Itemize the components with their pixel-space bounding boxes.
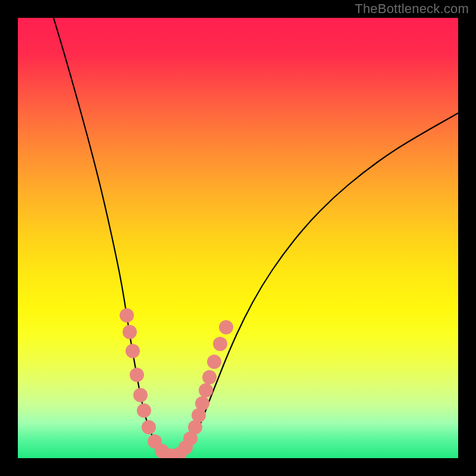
data-dot	[199, 383, 213, 397]
plot-area	[18, 18, 458, 458]
data-dot	[202, 370, 217, 384]
data-dot	[126, 344, 140, 358]
curve-layer	[18, 18, 458, 458]
right-curve	[173, 113, 458, 457]
data-dot	[219, 320, 233, 334]
data-dot	[213, 337, 227, 351]
data-dot	[120, 308, 134, 322]
watermark-text: TheBottleneck.com	[355, 1, 469, 17]
data-dot	[142, 420, 156, 434]
data-dot	[123, 325, 137, 339]
data-dot	[207, 355, 221, 369]
left-curve	[54, 18, 173, 457]
data-dot	[195, 396, 209, 411]
chart-container: TheBottleneck.com	[0, 0, 476, 476]
data-dot	[133, 388, 148, 402]
data-dot	[137, 403, 151, 418]
data-dot	[130, 368, 144, 382]
